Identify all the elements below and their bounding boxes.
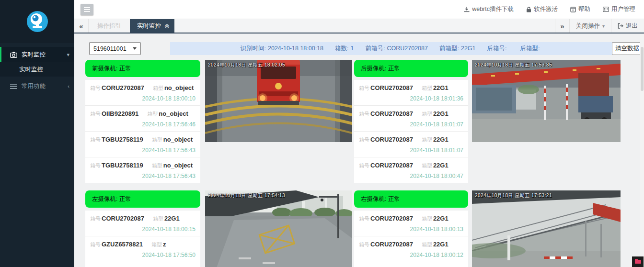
record-info: 箱号CORU2702087箱型22G1	[359, 136, 463, 144]
box-type-label: 箱型	[147, 111, 158, 118]
info-field-recognition-time: 识别时间:2024-10-18 18:00:18	[241, 44, 324, 53]
box-type-value: 22G1	[164, 215, 180, 222]
vertical-scrollbar[interactable]	[640, 33, 644, 267]
record-info: 箱号TGBU2758119箱型no_object	[90, 136, 196, 144]
rear-camera-video[interactable]: 2024年10月18日 星期五 17:53:35	[472, 60, 621, 142]
record-timestamp: 2024-10-18 18:00:15	[90, 226, 196, 233]
box-no-label: 箱号	[90, 111, 101, 118]
left-camera-panel: 左摄像机: 正常 箱号CORU2702087箱型22G12024-10-18 1…	[85, 190, 200, 267]
box-type-value: no_object	[163, 162, 193, 169]
box-no-value: CORU2702087	[370, 84, 413, 91]
record-timestamp: 2024-10-18 18:01:07	[359, 147, 463, 154]
info-field-rear-box-no: 后箱号:	[487, 44, 509, 53]
front-camera-status-banner: 前摄像机: 正常	[85, 60, 200, 77]
record-timestamp: 2024-10-18 18:00:13	[359, 226, 463, 233]
tabs-scroll-right-button[interactable]: »	[555, 19, 569, 33]
sidebar-nav: 实时监控 ▾ 实时监控 常用功能 ‹	[0, 47, 74, 94]
hamburger-icon	[84, 7, 90, 12]
app-logo	[0, 0, 74, 43]
right-camera-video[interactable]: 2024年10月18日 星期五 17:53:21	[472, 190, 621, 267]
sidebar-subitem-realtime-monitor[interactable]: 实时监控	[0, 62, 74, 77]
user-management-link[interactable]: 用户管理	[603, 5, 635, 13]
box-no-value: CORU2702087	[370, 162, 413, 169]
front-camera-record-list: 箱号CORU2702087箱型no_object2024-10-18 18:00…	[85, 80, 200, 183]
box-no-value: CORU2702087	[370, 215, 413, 222]
recognition-info-bar: 识别时间:2024-10-18 18:00:18 箱数:1 前箱号:CORU27…	[170, 42, 612, 55]
record-row[interactable]: 箱号CORU2702087箱型22G12024-10-18 18:00:13	[354, 211, 468, 236]
info-field-front-box-type: 前箱型:22G1	[439, 44, 476, 53]
app-root: 实时监控 ▾ 实时监控 常用功能 ‹ webrtc插件下载	[0, 0, 644, 267]
box-no-label: 箱号	[359, 85, 369, 92]
record-timestamp: 2024-10-18 17:56:46	[90, 121, 196, 128]
record-info: 箱号CORU2702087箱型22G1	[359, 84, 463, 92]
record-row[interactable]: 箱号CORU2702087箱型22G12024-10-18 18:00:15	[85, 211, 200, 236]
clear-data-button[interactable]: 清空数据	[612, 42, 643, 55]
tab-close-icon[interactable]: ⊗	[164, 23, 170, 29]
left-camera-video[interactable]: 2024年10月18日 星期五 17:54:13	[205, 190, 352, 267]
tabbar-actions: » 关闭操作 ▾ 退出	[555, 19, 644, 33]
box-type-label: 箱型	[152, 136, 162, 144]
record-info: 箱号CORU2702087箱型22G1	[359, 215, 463, 222]
record-row[interactable]: 箱号TGBU2758119箱型no_object2024-10-18 17:56…	[85, 132, 200, 157]
sidebar: 实时监控 ▾ 实时监控 常用功能 ‹	[0, 0, 74, 267]
chevron-down-icon	[133, 47, 137, 50]
box-no-label: 箱号	[90, 136, 101, 144]
main-content: 5196011001 识别时间:2024-10-18 18:00:18 箱数:1…	[74, 33, 644, 267]
help-icon	[570, 7, 576, 12]
record-row[interactable]: 箱号TGBU2758119箱型no_object2024-10-18 17:56…	[85, 157, 200, 183]
tabs-scroll-left-button[interactable]: «	[74, 19, 89, 33]
download-icon	[464, 7, 470, 12]
webrtc-plugin-download-link[interactable]: webrtc插件下载	[464, 5, 514, 13]
tab-realtime-monitor[interactable]: 实时监控 ⊗	[130, 19, 174, 33]
record-row[interactable]: 箱号CORU2702087箱型22G12024-10-18 18:01:07	[354, 132, 468, 157]
box-no-label: 箱号	[90, 215, 101, 222]
box-type-value: 22G1	[433, 162, 448, 169]
floating-widget[interactable]	[632, 256, 644, 267]
record-row[interactable]: 箱号CORU2702087箱型22G12024-10-18 18:01:07	[354, 106, 468, 132]
record-row[interactable]: 箱号CORU2702087箱型22G12024-10-18 18:00:12	[354, 236, 468, 262]
scrollbar-thumb[interactable]	[641, 47, 644, 91]
box-no-value: CORU2702087	[102, 215, 144, 222]
user-card-icon	[603, 7, 609, 12]
box-type-label: 箱型	[422, 85, 432, 92]
record-row[interactable]: 箱号CORU2702087箱型22G12024-10-18 18:00:47	[354, 157, 468, 183]
box-type-label: 箱型	[422, 162, 432, 169]
record-row[interactable]: 箱号CORU2702087箱型22G12024-10-18 18:01:36	[354, 80, 468, 106]
box-type-value: 22G1	[433, 110, 448, 117]
tab-bar: « 操作指引 实时监控 ⊗ » 关闭操作 ▾ 退出	[74, 19, 644, 33]
rear-camera-video-frame	[472, 60, 621, 142]
record-timestamp: 2024-10-18 18:00:47	[359, 173, 463, 179]
video-timestamp-overlay: 2024年10月18日 星期五 17:53:21	[475, 192, 552, 199]
record-row[interactable]: 箱号CORU2702087箱型no_object2024-10-18 18:00…	[85, 80, 200, 106]
front-camera-panel: 前摄像机: 正常 箱号CORU2702087箱型no_object2024-10…	[85, 60, 200, 183]
record-info: 箱号OIIB9220891箱型no_object	[90, 110, 196, 118]
sidebar-item-common-functions[interactable]: 常用功能 ‹	[0, 78, 74, 94]
tab-operation-guide[interactable]: 操作指引	[89, 19, 130, 33]
record-timestamp: 2024-10-18 18:01:36	[359, 95, 463, 102]
tab-label: 实时监控	[137, 22, 161, 30]
help-link[interactable]: 帮助	[570, 5, 590, 13]
link-label: webrtc插件下载	[472, 5, 514, 13]
record-info: 箱号CORU2702087箱型22G1	[359, 110, 463, 118]
box-no-label: 箱号	[359, 136, 369, 144]
box-no-label: 箱号	[359, 215, 369, 222]
video-timestamp-overlay: 2024年10月18日 星期五 17:54:13	[208, 192, 285, 199]
sidebar-subitem-label: 实时监控	[19, 66, 43, 73]
box-no-value: CORU2702087	[370, 241, 413, 248]
software-activation-link[interactable]: 软件激活	[526, 5, 558, 13]
record-row[interactable]: 箱号OIIB9220891箱型no_object2024-10-18 17:56…	[85, 106, 200, 132]
record-timestamp: 2024-10-18 18:00:10	[90, 95, 196, 102]
device-select[interactable]: 5196011001	[89, 42, 141, 55]
record-row[interactable]: 箱号GZUZ6578821箱型z2024-10-18 17:56:50	[85, 236, 200, 262]
box-no-label: 箱号	[359, 162, 369, 169]
chevron-left-icon: ‹	[68, 83, 69, 89]
box-no-label: 箱号	[359, 111, 369, 118]
front-camera-video[interactable]: 2024年10月18日 星期五 18:02:05	[205, 60, 352, 142]
box-type-value: no_object	[164, 84, 194, 91]
sidebar-item-realtime-monitor[interactable]: 实时监控 ▾	[0, 47, 74, 62]
box-no-value: OIIB9220891	[102, 110, 138, 117]
sidebar-toggle-button[interactable]	[80, 4, 93, 15]
close-operations-dropdown[interactable]: 关闭操作 ▾	[569, 19, 611, 33]
exit-button[interactable]: 退出	[611, 19, 644, 33]
box-no-value: CORU2702087	[102, 84, 144, 91]
